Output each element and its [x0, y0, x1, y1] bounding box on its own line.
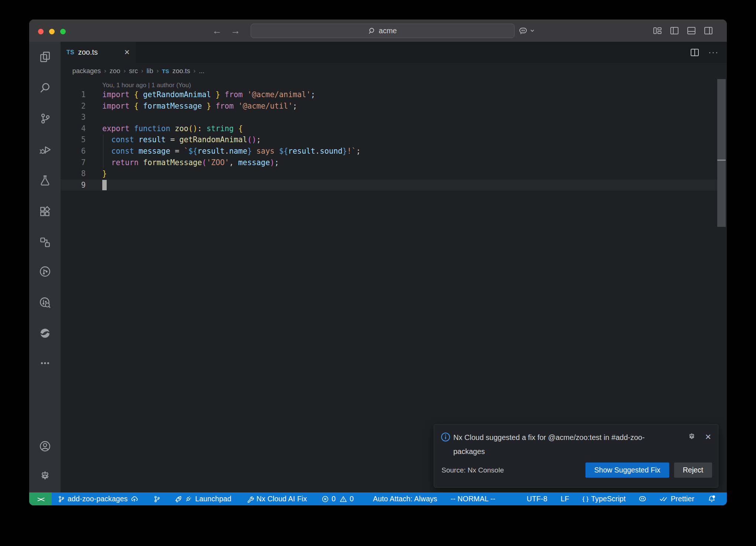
- project-graph-icon[interactable]: [38, 265, 52, 278]
- breadcrumb-separator: ›: [104, 67, 106, 75]
- more-icon[interactable]: [38, 356, 52, 370]
- search-value: acme: [379, 27, 397, 35]
- forward-icon[interactable]: →: [231, 25, 240, 37]
- code-line: return formatMessage('ZOO', message);: [102, 157, 716, 168]
- line-number: 3: [61, 112, 86, 123]
- line-number: 4: [61, 123, 86, 134]
- run-debug-icon[interactable]: [38, 143, 52, 156]
- scrollbar-cursor-marker: [717, 160, 726, 161]
- workflow-indicator[interactable]: [153, 495, 161, 503]
- reject-button[interactable]: Reject: [674, 463, 712, 478]
- vim-mode-indicator[interactable]: -- NORMAL --: [450, 495, 495, 503]
- zoom-window-button[interactable]: [60, 29, 66, 34]
- account-icon[interactable]: [38, 440, 52, 453]
- back-icon[interactable]: ←: [212, 25, 222, 37]
- breadcrumb-more[interactable]: ...: [199, 67, 205, 75]
- copilot-icon[interactable]: [518, 26, 528, 35]
- code-line: [102, 112, 716, 123]
- git-blame-codelens[interactable]: You, 1 hour ago | 1 author (You): [102, 82, 191, 89]
- warning-icon: [340, 495, 347, 503]
- vscode-window: ← → acme: [29, 20, 727, 505]
- more-actions-icon[interactable]: ···: [708, 48, 719, 57]
- line-number: 6: [61, 146, 86, 157]
- notification-close-icon[interactable]: ✕: [705, 433, 711, 441]
- remote-indicator[interactable]: ><: [29, 492, 52, 505]
- search-icon[interactable]: [38, 81, 52, 95]
- launchpad-indicator[interactable]: Launchpad: [175, 495, 231, 503]
- breadcrumb-item[interactable]: lib: [147, 67, 153, 75]
- line-numbers: 123456789: [61, 89, 86, 191]
- source-control-icon[interactable]: [38, 112, 52, 125]
- problems-indicator[interactable]: 0 0: [322, 495, 354, 503]
- line-number: 9: [61, 180, 86, 191]
- breadcrumb-separator: ›: [193, 67, 196, 75]
- breadcrumb-file[interactable]: zoo.ts: [172, 67, 190, 75]
- toggle-panel-icon[interactable]: [687, 27, 696, 35]
- notification-settings-icon[interactable]: [687, 433, 696, 441]
- tab-label: zoo.ts: [78, 48, 97, 57]
- code-line: }: [102, 168, 716, 180]
- nx-console-icon[interactable]: [38, 236, 52, 249]
- info-icon: [441, 432, 450, 442]
- code-line: const result = getRandomAnimal();: [102, 134, 716, 146]
- nx-cloud-fix-indicator[interactable]: Nx Cloud AI Fix: [246, 495, 307, 503]
- close-window-button[interactable]: [38, 29, 44, 34]
- double-check-icon: [659, 496, 668, 502]
- toggle-primary-sidebar-icon[interactable]: [670, 27, 679, 35]
- prettier-indicator[interactable]: Prettier: [659, 495, 694, 503]
- code-line: const message = `${result.name} says ${r…: [102, 146, 716, 157]
- language-indicator[interactable]: { } TypeScript: [583, 495, 626, 503]
- git-branch-icon: [58, 495, 65, 503]
- auto-attach-indicator[interactable]: Auto Attach: Always: [373, 495, 437, 503]
- breadcrumb-item[interactable]: zoo: [110, 67, 120, 75]
- error-icon: [322, 495, 329, 503]
- line-number: 1: [61, 89, 86, 100]
- encoding-indicator[interactable]: UTF-8: [527, 495, 547, 503]
- browser-swirl-icon[interactable]: [38, 327, 52, 340]
- search-icon: [368, 27, 376, 35]
- command-center-search[interactable]: acme: [251, 24, 515, 38]
- extensions-icon[interactable]: [38, 205, 52, 218]
- git-branch-icon: [153, 495, 161, 503]
- notifications-bell-icon[interactable]: [708, 495, 716, 503]
- line-number: 2: [61, 100, 86, 112]
- wrench-icon: [246, 495, 254, 503]
- breadcrumb-separator: ›: [141, 67, 143, 75]
- titlebar: ← → acme: [29, 20, 727, 42]
- copilot-status-icon[interactable]: [638, 495, 647, 503]
- line-number: 7: [61, 157, 86, 168]
- code-line: [102, 180, 716, 191]
- split-editor-icon[interactable]: [691, 49, 699, 56]
- braces-icon: { }: [583, 495, 589, 503]
- chevron-down-icon[interactable]: [530, 29, 535, 32]
- typescript-file-icon: TS: [66, 49, 74, 56]
- toggle-secondary-sidebar-icon[interactable]: [704, 27, 713, 35]
- customize-layout-icon[interactable]: [653, 27, 662, 35]
- minimize-window-button[interactable]: [49, 29, 55, 34]
- plug-icon: [185, 495, 193, 503]
- testing-icon[interactable]: [38, 174, 52, 187]
- tab-close-icon[interactable]: ✕: [124, 48, 130, 57]
- rocket-icon: [175, 495, 183, 503]
- show-suggested-fix-button[interactable]: Show Suggested Fix: [585, 463, 669, 478]
- nx-cloud-icon[interactable]: [38, 296, 52, 309]
- traffic-lights: [38, 29, 66, 34]
- scrollbar[interactable]: [717, 79, 726, 227]
- line-number: 5: [61, 134, 86, 146]
- settings-gear-icon[interactable]: [38, 470, 52, 483]
- breadcrumb-separator: ›: [157, 67, 159, 75]
- breadcrumb-separator: ›: [124, 67, 126, 75]
- breadcrumb-item[interactable]: src: [129, 67, 138, 75]
- explorer-icon[interactable]: [38, 50, 52, 64]
- tab-zoo-ts[interactable]: TS zoo.ts ✕: [61, 42, 136, 63]
- code-line: export function zoo(): string {: [102, 123, 716, 134]
- line-number: 8: [61, 168, 86, 180]
- status-bar: >< add-zoo-packages Launchpad Nx Cloud A…: [29, 492, 727, 505]
- notification-source: Source: Nx Console: [441, 466, 504, 474]
- cloud-upload-icon: [130, 495, 138, 503]
- breadcrumb-item[interactable]: packages: [72, 67, 101, 75]
- code-content: import { getRandomAnimal } from '@acme/a…: [102, 89, 716, 191]
- code-line: import { formatMessage } from '@acme/uti…: [102, 100, 716, 112]
- eol-indicator[interactable]: LF: [561, 495, 569, 503]
- branch-indicator[interactable]: add-zoo-packages: [58, 495, 138, 503]
